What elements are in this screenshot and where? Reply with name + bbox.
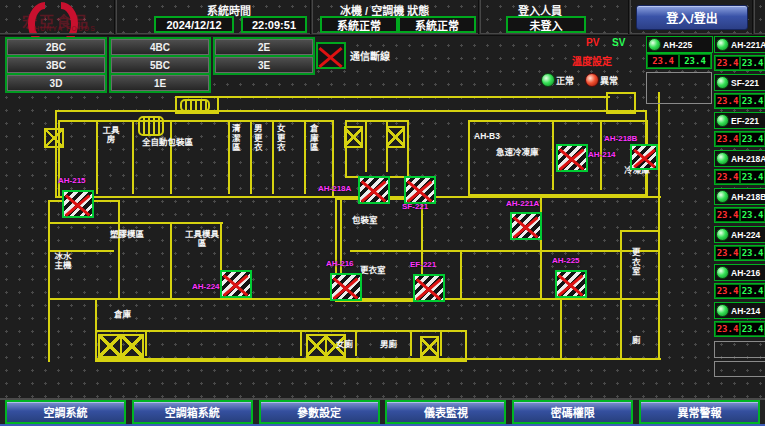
- menu-button-alarm[interactable]: 異常警報: [639, 400, 760, 424]
- room-label: 急速冷凍庫: [496, 148, 539, 157]
- door-x-icon: [386, 126, 405, 148]
- plan-wall: [410, 332, 412, 356]
- menu-button-parameter-setting[interactable]: 參數設定: [259, 400, 380, 424]
- floor-button-5bc[interactable]: 5BC: [111, 57, 209, 73]
- comm-loss-device-marker[interactable]: [62, 190, 94, 218]
- room-label: 女更衣: [275, 124, 284, 153]
- floor-button-2bc[interactable]: 2BC: [7, 39, 105, 55]
- equipment-item-ah-225[interactable]: AH-225: [646, 36, 713, 53]
- comm-loss-legend-label: 通信斷線: [350, 48, 390, 63]
- equipment-item-ah-216[interactable]: AH-216: [714, 264, 765, 281]
- plan-wall: [560, 298, 562, 358]
- room-label: AH-B3: [474, 132, 500, 141]
- room-label: 冰水主機: [52, 252, 74, 271]
- pv-value: 23.4: [715, 208, 740, 222]
- room-label: 倉庫區: [308, 124, 317, 153]
- menu-button-ac-system[interactable]: 空調系統: [5, 400, 126, 424]
- equipment-item-ah-218b[interactable]: AH-218B: [714, 188, 765, 205]
- floor-button-3bc[interactable]: 3BC: [7, 57, 105, 73]
- plan-wall: [365, 122, 367, 172]
- comm-loss-device-marker[interactable]: [413, 274, 445, 302]
- equipment-item-sf-221[interactable]: SF-221: [714, 74, 765, 91]
- floor-button-4bc[interactable]: 4BC: [111, 39, 209, 55]
- pv-value: 23.4: [715, 284, 740, 298]
- room-label: 倉庫: [114, 310, 131, 319]
- menu-button-ahu-system[interactable]: 空調箱系統: [132, 400, 253, 424]
- status-led-icon: [716, 114, 729, 127]
- ahu-status-value: 系統正常: [398, 16, 476, 33]
- equipment-item-ah-214[interactable]: AH-214: [714, 302, 765, 319]
- plan-wall: [552, 122, 554, 190]
- sv-value: 23.4: [740, 284, 765, 298]
- equipment-values: 23.4 23.4: [714, 283, 765, 299]
- normal-legend-label: 正常: [556, 74, 574, 87]
- hmi-screen: 宏亞食品 HUNYA FOODS 系統時間 2024/12/12 22:09:5…: [0, 0, 765, 426]
- login-logout-button[interactable]: 登入/登出: [636, 5, 748, 30]
- plan-wall: [300, 332, 302, 356]
- system-clock-value: 22:09:51: [241, 16, 307, 33]
- chiller-status-value: 系統正常: [320, 16, 398, 33]
- empty-slot: [646, 72, 712, 104]
- floor-button-3e[interactable]: 3E: [215, 57, 313, 73]
- header-separator: [478, 0, 481, 34]
- abnormal-legend-label: 異常: [600, 74, 618, 87]
- plan-wall: [200, 96, 610, 98]
- pv-value: 23.4: [647, 54, 679, 68]
- status-led-icon: [716, 304, 729, 317]
- sv-value: 23.4: [740, 94, 765, 108]
- empty-slot: [714, 361, 765, 377]
- comm-loss-device-marker[interactable]: [358, 176, 390, 204]
- room-label: 更衣室: [360, 266, 386, 275]
- status-led-icon: [716, 190, 729, 203]
- equipment-item-ef-221[interactable]: EF-221: [714, 112, 765, 129]
- comm-loss-device-marker[interactable]: [220, 270, 252, 298]
- comm-loss-device-marker[interactable]: [330, 273, 362, 301]
- device-label: AH-218A: [318, 184, 351, 193]
- menu-button-password-authority[interactable]: 密碼權限: [512, 400, 633, 424]
- door-x-icon: [120, 334, 144, 358]
- comm-loss-legend-icon: [316, 42, 346, 69]
- room-label: 女廁: [336, 340, 353, 349]
- sv-value: 23.4: [740, 56, 765, 70]
- comm-loss-device-marker[interactable]: [404, 176, 436, 204]
- equipment-values: 23.4 23.4: [714, 131, 765, 147]
- plan-wall: [440, 332, 442, 356]
- pv-value: 23.4: [715, 322, 740, 336]
- room-label: 更衣室: [630, 248, 639, 277]
- room-label: 塑膠模區: [110, 230, 144, 239]
- plan-wall: [170, 222, 172, 298]
- device-label: AH-221A: [506, 199, 539, 208]
- comm-loss-device-marker[interactable]: [556, 144, 588, 172]
- floor-button-1e[interactable]: 1E: [111, 75, 209, 91]
- stairs-icon: [138, 116, 164, 136]
- room-label: 包裝室: [352, 216, 378, 225]
- sv-value: 23.4: [740, 322, 765, 336]
- plan-wall: [132, 122, 134, 194]
- header-separator: [114, 0, 117, 34]
- equipment-values: 23.4 23.4: [646, 53, 712, 69]
- comm-loss-device-marker[interactable]: [510, 212, 542, 240]
- floor-button-2e[interactable]: 2E: [215, 39, 313, 55]
- equipment-name: AH-225: [663, 40, 692, 50]
- equipment-name: AH-224: [731, 230, 760, 240]
- floor-button-3d[interactable]: 3D: [7, 75, 105, 91]
- equipment-item-ah-218a[interactable]: AH-218A: [714, 150, 765, 167]
- stairs-icon: [180, 99, 210, 112]
- sv-value: 23.4: [740, 246, 765, 260]
- device-label: AH-224: [192, 282, 220, 291]
- comm-loss-device-marker[interactable]: [555, 270, 587, 298]
- equipment-values: 23.4 23.4: [714, 93, 765, 109]
- equipment-item-ah-224[interactable]: AH-224: [714, 226, 765, 243]
- device-label: AH-216: [326, 259, 354, 268]
- temp-setpoint-label: 溫度設定: [572, 53, 612, 68]
- plan-wall: [145, 332, 147, 356]
- equipment-name: AH-221A: [731, 40, 765, 50]
- footer-menu-bar: 空調系統 空調箱系統 參數設定 儀表監視 密碼權限 異常警報: [0, 398, 765, 426]
- equipment-name: AH-216: [731, 268, 760, 278]
- menu-button-instrument-monitor[interactable]: 儀表監視: [385, 400, 506, 424]
- door-x-icon: [44, 128, 64, 148]
- equipment-item-ah-221a[interactable]: AH-221A: [714, 36, 765, 53]
- header-separator: [628, 0, 631, 34]
- comm-loss-device-marker[interactable]: [630, 144, 658, 170]
- device-label: SF-221: [402, 202, 428, 211]
